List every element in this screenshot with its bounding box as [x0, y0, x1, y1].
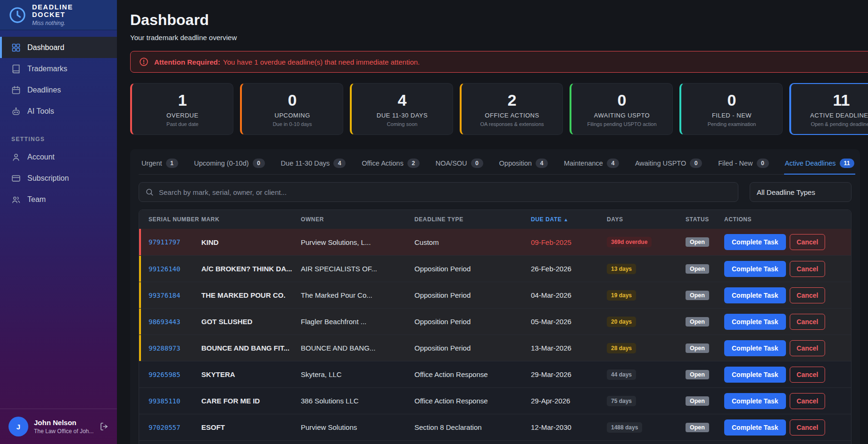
- tab-count-badge: 0: [690, 159, 702, 168]
- stat-sublabel: Past due date: [166, 121, 198, 127]
- sidebar-item-team[interactable]: Team: [0, 189, 117, 210]
- due-date-cell: 26-Feb-2026: [531, 265, 607, 273]
- deadlines-panel: Urgent1 Upcoming (0-10d)0 Due 11-30 Days…: [130, 149, 860, 444]
- status-badge: Open: [686, 423, 709, 432]
- alert-circle-icon: [139, 57, 149, 67]
- due-date-cell: 04-Mar-2026: [531, 291, 607, 299]
- serial-link[interactable]: 98693443: [149, 318, 201, 326]
- serial-link[interactable]: 99126140: [149, 265, 201, 273]
- tab-urgent[interactable]: Urgent1: [141, 155, 179, 175]
- cancel-button[interactable]: Cancel: [790, 419, 826, 436]
- user-profile: J John Nelson The Law Office of Joh...: [0, 409, 117, 444]
- sidebar: DEADLINE DOCKET Miss nothing. Dashboard …: [0, 0, 117, 444]
- complete-task-button[interactable]: Complete Task: [724, 367, 786, 383]
- tab-opposition[interactable]: Opposition4: [498, 155, 549, 175]
- column-deadline-type[interactable]: DEADLINE TYPE: [414, 216, 531, 223]
- cancel-button[interactable]: Cancel: [790, 261, 826, 277]
- stats-row: 1 OVERDUE Past due date 0 UPCOMING Due i…: [130, 83, 868, 135]
- stat-sublabel: Open & pending deadlines: [811, 121, 868, 127]
- complete-task-button[interactable]: Complete Task: [724, 234, 786, 250]
- stat-card-office-actions[interactable]: 2 OFFICE ACTIONS OA responses & extensio…: [460, 83, 563, 135]
- search-input[interactable]: [139, 182, 738, 202]
- sidebar-item-deadlines[interactable]: Deadlines: [0, 79, 117, 101]
- tab-upcoming[interactable]: Upcoming (0-10d)0: [193, 155, 266, 175]
- cancel-button[interactable]: Cancel: [790, 234, 826, 250]
- tab-active-deadlines[interactable]: Active Deadlines11: [784, 155, 855, 175]
- serial-link[interactable]: 99385110: [149, 397, 201, 405]
- tab-label: Opposition: [499, 159, 532, 167]
- stat-card-awaiting-uspto[interactable]: 0 AWAITING USPTO Filings pending USPTO a…: [570, 83, 673, 135]
- status-badge: Open: [686, 291, 709, 300]
- tab-awaiting-uspto[interactable]: Awaiting USPTO0: [634, 155, 703, 175]
- cancel-button[interactable]: Cancel: [790, 287, 826, 303]
- mark-cell: A/C BROKEN? THINK DA...: [201, 265, 301, 273]
- stat-value: 0: [618, 92, 627, 109]
- users-icon: [11, 195, 21, 204]
- stat-card-upcoming[interactable]: 0 UPCOMING Due in 0-10 days: [240, 83, 343, 135]
- search-icon: [145, 188, 154, 196]
- sidebar-item-account[interactable]: Account: [0, 146, 117, 168]
- sidebar-item-ai-tools[interactable]: AI Tools: [0, 101, 117, 122]
- owner-cell: Skytera, LLC: [301, 370, 414, 378]
- tab-office-actions[interactable]: Office Actions2: [361, 155, 420, 175]
- sidebar-item-label: Subscription: [27, 174, 69, 183]
- tab-count-badge: 0: [471, 159, 483, 168]
- complete-task-button[interactable]: Complete Task: [724, 314, 786, 330]
- column-due-date[interactable]: DUE DATE▲: [531, 216, 607, 223]
- stat-label: AWAITING USPTO: [594, 112, 650, 119]
- stat-card-overdue[interactable]: 1 OVERDUE Past due date: [130, 83, 233, 135]
- tab-filed-new[interactable]: Filed - New0: [717, 155, 769, 175]
- due-date-cell: 12-Mar-2030: [531, 423, 607, 431]
- complete-task-button[interactable]: Complete Task: [724, 393, 786, 409]
- sidebar-item-label: Account: [27, 153, 55, 161]
- column-mark[interactable]: MARK: [201, 216, 301, 223]
- stat-card-filed-new[interactable]: 0 FILED - NEW Pending examination: [679, 83, 783, 135]
- grid-icon: [11, 43, 21, 52]
- sidebar-item-dashboard[interactable]: Dashboard: [0, 37, 117, 58]
- column-days[interactable]: DAYS: [607, 216, 686, 223]
- serial-link[interactable]: 97020557: [149, 424, 201, 431]
- tab-due-11-30[interactable]: Due 11-30 Days4: [280, 155, 347, 175]
- cancel-button[interactable]: Cancel: [790, 340, 826, 356]
- logout-icon[interactable]: [99, 422, 108, 431]
- complete-task-button[interactable]: Complete Task: [724, 340, 786, 356]
- cancel-button[interactable]: Cancel: [790, 393, 826, 409]
- owner-cell: Flagler Beachfront ...: [301, 318, 414, 326]
- cancel-button[interactable]: Cancel: [790, 314, 826, 330]
- attention-alert: Attention Required:You have 1 overdue de…: [130, 51, 868, 73]
- serial-link[interactable]: 99376184: [149, 292, 201, 299]
- stat-card-due-11-30[interactable]: 4 DUE 11-30 DAYS Coming soon: [350, 83, 453, 135]
- status-badge: Open: [686, 317, 709, 327]
- owner-cell: AIR SPECIALISTS OF...: [301, 265, 414, 273]
- serial-link[interactable]: 99265985: [149, 371, 201, 378]
- owner-cell: The Marked Pour Co...: [301, 291, 414, 299]
- complete-task-button[interactable]: Complete Task: [724, 419, 786, 436]
- column-actions: ACTIONS: [724, 216, 842, 223]
- brand: DEADLINE DOCKET Miss nothing.: [0, 0, 117, 30]
- column-serial-number[interactable]: SERIAL NUMBER: [149, 216, 201, 223]
- sidebar-nav: Dashboard Trademarks Deadlines AI Tools …: [0, 37, 117, 210]
- deadline-type-select[interactable]: All Deadline Types: [750, 182, 851, 202]
- column-status[interactable]: STATUS: [686, 216, 724, 223]
- complete-task-button[interactable]: Complete Task: [724, 287, 786, 303]
- table-row: 99265985 SKYTERA Skytera, LLC Office Act…: [139, 361, 851, 387]
- days-badge: 13 days: [607, 264, 636, 274]
- serial-link[interactable]: 97911797: [149, 238, 201, 246]
- tab-maintenance[interactable]: Maintenance4: [563, 155, 620, 175]
- sidebar-item-trademarks[interactable]: Trademarks: [0, 58, 117, 79]
- tab-noa-sou[interactable]: NOA/SOU0: [435, 155, 484, 175]
- due-date-cell: 29-Apr-2026: [531, 397, 607, 405]
- tab-count-badge: 0: [253, 159, 265, 168]
- tab-label: Urgent: [141, 159, 162, 167]
- stat-value: 1: [178, 92, 187, 109]
- column-owner[interactable]: OWNER: [301, 216, 414, 223]
- cancel-button[interactable]: Cancel: [790, 367, 826, 383]
- due-date-cell: 05-Mar-2026: [531, 318, 607, 326]
- sidebar-item-subscription[interactable]: Subscription: [0, 168, 117, 189]
- stat-card-active-deadlines[interactable]: 11 ACTIVE DEADLINES Open & pending deadl…: [789, 83, 868, 135]
- credit-card-icon: [11, 174, 21, 183]
- table-header: SERIAL NUMBER MARK OWNER DEADLINE TYPE D…: [139, 210, 851, 229]
- owner-cell: 386 Solutions LLC: [301, 397, 414, 405]
- complete-task-button[interactable]: Complete Task: [724, 261, 786, 277]
- serial-link[interactable]: 99288973: [149, 344, 201, 352]
